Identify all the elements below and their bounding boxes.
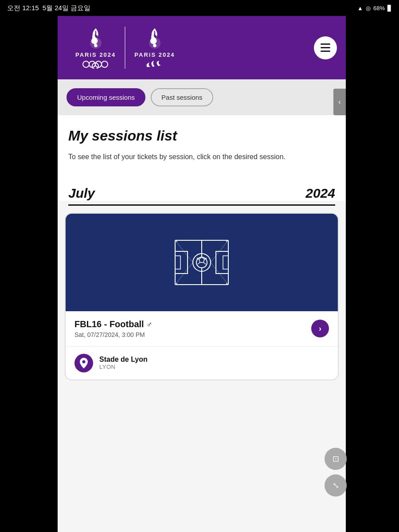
olympics-paris-text: PARiS 2024 xyxy=(75,51,116,58)
battery-icon: ▊ xyxy=(387,5,392,12)
page-content: My sessions list To see the list of your… xyxy=(58,115,346,175)
event-name: FBL16 - Football ♂ xyxy=(74,319,153,329)
status-icons: ▲ ◎ 68% ▊ xyxy=(357,5,392,12)
football-field-icon xyxy=(166,227,237,298)
svg-rect-13 xyxy=(216,251,228,274)
hamburger-line-3 xyxy=(321,51,330,52)
resize-icon: ⤡ xyxy=(332,481,339,490)
month-label: July xyxy=(68,186,95,201)
month-divider xyxy=(68,204,335,206)
svg-point-5 xyxy=(102,61,108,67)
logo-group: PARiS 2024 PARi xyxy=(66,27,184,69)
event-details: FBL16 - Football ♂ Sat, 07/27/2024, 3:00… xyxy=(74,319,153,338)
upcoming-sessions-tab[interactable]: Upcoming sessions xyxy=(66,88,145,106)
hamburger-line-1 xyxy=(321,43,330,45)
resize-button[interactable]: ⤡ xyxy=(325,474,347,497)
venue-city: LYON xyxy=(99,364,148,370)
wifi-icon: ▲ xyxy=(357,5,363,12)
paralympics-flame-icon xyxy=(144,27,165,50)
month-header: July 2024 xyxy=(58,175,346,201)
venue-name: Stade de Lyon xyxy=(99,356,148,364)
app-header: PARiS 2024 PARi xyxy=(58,16,346,79)
right-pull-tab[interactable]: ‹ xyxy=(333,89,346,115)
location-pin-icon xyxy=(79,357,89,369)
event-date: Sat, 07/27/2024, 3:00 PM xyxy=(74,331,153,338)
past-sessions-tab[interactable]: Past sessions xyxy=(151,88,213,106)
card-image-area xyxy=(66,214,338,311)
page-description: To see the list of your tickets by sessi… xyxy=(68,151,335,163)
svg-point-8 xyxy=(153,44,156,47)
session-card[interactable]: FBL16 - Football ♂ Sat, 07/27/2024, 3:00… xyxy=(65,213,339,380)
olympics-flame-icon xyxy=(85,27,106,50)
status-time: 오전 12:15 xyxy=(7,4,39,12)
hamburger-line-2 xyxy=(321,47,330,48)
year-label: 2024 xyxy=(305,186,335,201)
app-container: PARiS 2024 PARi xyxy=(58,16,346,532)
svg-point-27 xyxy=(82,360,86,363)
paralympics-logo-block: PARiS 2024 xyxy=(125,27,184,69)
card-venue: Stade de Lyon LYON xyxy=(66,347,338,379)
venue-pin-icon xyxy=(74,354,93,372)
svg-rect-15 xyxy=(223,256,228,269)
olympics-logo-block: PARiS 2024 xyxy=(66,27,125,69)
chevron-left-icon: ‹ xyxy=(338,98,340,106)
venue-info: Stade de Lyon LYON xyxy=(99,356,148,370)
svg-point-1 xyxy=(94,44,97,47)
svg-rect-14 xyxy=(175,256,180,269)
olympics-rings-icon xyxy=(82,60,109,69)
page-title: My sessions list xyxy=(68,128,335,144)
card-info: FBL16 - Football ♂ Sat, 07/27/2024, 3:00… xyxy=(66,311,338,347)
svg-rect-12 xyxy=(175,251,188,274)
bottom-buttons: ⊡ ⤡ xyxy=(325,448,347,497)
status-date: 5월 24일 금요일 xyxy=(43,4,90,12)
status-bar: 오전 12:15 5월 24일 금요일 ▲ ◎ 68% ▊ xyxy=(0,0,399,16)
battery-text: 68% xyxy=(373,5,385,12)
gender-symbol: ♂ xyxy=(146,320,153,329)
paralympics-symbol-icon xyxy=(145,60,164,69)
screenshot-icon: ⊡ xyxy=(332,454,339,464)
screenshot-button[interactable]: ⊡ xyxy=(325,448,347,470)
paralympics-paris-text: PARiS 2024 xyxy=(134,51,175,58)
svg-point-2 xyxy=(83,61,89,67)
tab-bar: Upcoming sessions Past sessions xyxy=(58,79,346,115)
session-detail-button[interactable]: › xyxy=(311,320,329,337)
signal-icon: ◎ xyxy=(366,5,371,12)
menu-button[interactable] xyxy=(314,36,337,59)
arrow-right-icon: › xyxy=(319,324,321,333)
